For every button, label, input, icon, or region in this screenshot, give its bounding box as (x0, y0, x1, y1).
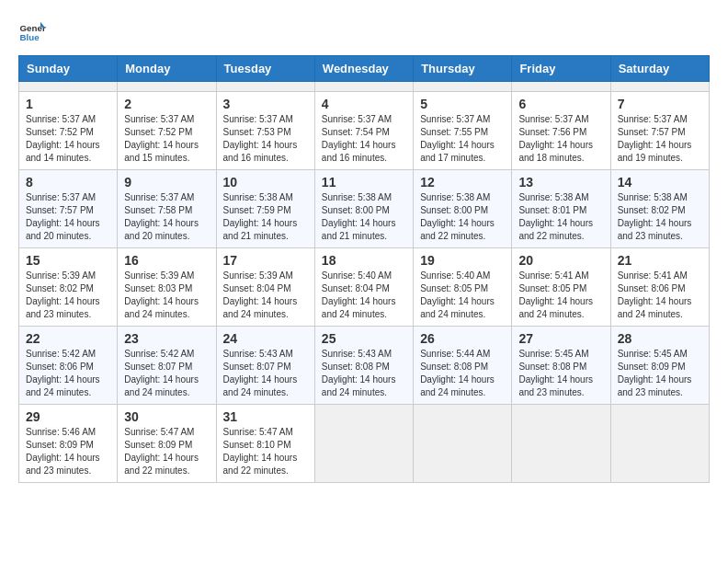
header: General Blue (18, 18, 710, 46)
day-number: 17 (223, 253, 308, 268)
calendar-cell (610, 82, 709, 92)
day-number: 1 (26, 97, 110, 111)
calendar-header: SundayMondayTuesdayWednesdayThursdayFrid… (19, 56, 710, 82)
day-detail: Sunrise: 5:37 AMSunset: 7:55 PMDaylight:… (420, 113, 505, 165)
calendar-cell: 15Sunrise: 5:39 AMSunset: 8:02 PMDayligh… (19, 248, 118, 327)
calendar-cell: 20Sunrise: 5:41 AMSunset: 8:05 PMDayligh… (512, 248, 610, 327)
header-wednesday: Wednesday (314, 56, 413, 82)
calendar-cell: 2Sunrise: 5:37 AMSunset: 7:52 PMDaylight… (118, 92, 216, 170)
calendar-body: 1Sunrise: 5:37 AMSunset: 7:52 PMDaylight… (19, 82, 710, 483)
day-number: 2 (124, 97, 209, 111)
calendar-cell (19, 82, 118, 92)
day-detail: Sunrise: 5:40 AMSunset: 8:04 PMDaylight:… (322, 270, 406, 321)
day-detail: Sunrise: 5:42 AMSunset: 8:07 PMDaylight:… (124, 348, 209, 399)
calendar-cell (610, 405, 709, 483)
day-detail: Sunrise: 5:37 AMSunset: 7:52 PMDaylight:… (26, 113, 110, 165)
day-number: 9 (124, 175, 209, 190)
calendar-cell: 14Sunrise: 5:38 AMSunset: 8:02 PMDayligh… (610, 170, 709, 248)
calendar-cell: 11Sunrise: 5:38 AMSunset: 8:00 PMDayligh… (314, 170, 413, 248)
day-detail: Sunrise: 5:38 AMSunset: 7:59 PMDaylight:… (223, 191, 308, 243)
calendar-cell: 18Sunrise: 5:40 AMSunset: 8:04 PMDayligh… (314, 248, 413, 327)
calendar-cell: 10Sunrise: 5:38 AMSunset: 7:59 PMDayligh… (216, 170, 314, 248)
day-detail: Sunrise: 5:37 AMSunset: 7:52 PMDaylight:… (124, 113, 209, 165)
day-detail: Sunrise: 5:44 AMSunset: 8:08 PMDaylight:… (420, 348, 505, 399)
day-detail: Sunrise: 5:45 AMSunset: 8:08 PMDaylight:… (518, 348, 603, 399)
calendar-cell: 31Sunrise: 5:47 AMSunset: 8:10 PMDayligh… (216, 405, 314, 483)
calendar-cell (414, 405, 512, 483)
calendar-cell (314, 405, 413, 483)
logo: General Blue (18, 18, 46, 46)
calendar-cell: 4Sunrise: 5:37 AMSunset: 7:54 PMDaylight… (314, 92, 413, 170)
calendar-cell: 22Sunrise: 5:42 AMSunset: 8:06 PMDayligh… (19, 327, 118, 405)
calendar-cell (414, 82, 512, 92)
day-number: 6 (518, 97, 603, 111)
calendar-cell: 30Sunrise: 5:47 AMSunset: 8:09 PMDayligh… (118, 405, 216, 483)
svg-text:Blue: Blue (20, 32, 40, 42)
day-number: 23 (124, 331, 209, 346)
day-number: 21 (618, 253, 702, 268)
day-detail: Sunrise: 5:39 AMSunset: 8:04 PMDaylight:… (223, 270, 308, 321)
day-number: 14 (618, 175, 702, 190)
calendar-cell: 25Sunrise: 5:43 AMSunset: 8:08 PMDayligh… (314, 327, 413, 405)
day-detail: Sunrise: 5:37 AMSunset: 7:57 PMDaylight:… (26, 191, 110, 243)
calendar-cell: 1Sunrise: 5:37 AMSunset: 7:52 PMDaylight… (19, 92, 118, 170)
day-detail: Sunrise: 5:37 AMSunset: 7:54 PMDaylight:… (322, 113, 406, 165)
calendar-cell (512, 405, 610, 483)
day-number: 24 (223, 331, 308, 346)
day-number: 5 (420, 97, 505, 111)
day-number: 3 (223, 97, 308, 111)
day-detail: Sunrise: 5:39 AMSunset: 8:02 PMDaylight:… (26, 270, 110, 321)
day-detail: Sunrise: 5:46 AMSunset: 8:09 PMDaylight:… (26, 426, 110, 477)
day-detail: Sunrise: 5:41 AMSunset: 8:06 PMDaylight:… (618, 270, 702, 321)
calendar-cell (314, 82, 413, 92)
calendar-week-0 (19, 82, 710, 92)
day-number: 31 (223, 409, 308, 424)
calendar-cell: 21Sunrise: 5:41 AMSunset: 8:06 PMDayligh… (610, 248, 709, 327)
day-detail: Sunrise: 5:43 AMSunset: 8:08 PMDaylight:… (322, 348, 406, 399)
day-detail: Sunrise: 5:41 AMSunset: 8:05 PMDaylight:… (518, 270, 603, 321)
calendar-cell: 7Sunrise: 5:37 AMSunset: 7:57 PMDaylight… (610, 92, 709, 170)
header-sunday: Sunday (19, 56, 118, 82)
day-number: 27 (518, 331, 603, 346)
day-number: 13 (518, 175, 603, 190)
calendar-table: SundayMondayTuesdayWednesdayThursdayFrid… (18, 55, 710, 483)
calendar-week-5: 29Sunrise: 5:46 AMSunset: 8:09 PMDayligh… (19, 405, 710, 483)
day-detail: Sunrise: 5:38 AMSunset: 8:00 PMDaylight:… (322, 191, 406, 243)
calendar-cell: 28Sunrise: 5:45 AMSunset: 8:09 PMDayligh… (610, 327, 709, 405)
day-detail: Sunrise: 5:45 AMSunset: 8:09 PMDaylight:… (618, 348, 702, 399)
header-thursday: Thursday (414, 56, 512, 82)
day-detail: Sunrise: 5:38 AMSunset: 8:01 PMDaylight:… (518, 191, 603, 243)
day-number: 7 (618, 97, 702, 111)
day-detail: Sunrise: 5:37 AMSunset: 7:57 PMDaylight:… (618, 113, 702, 165)
day-detail: Sunrise: 5:39 AMSunset: 8:03 PMDaylight:… (124, 270, 209, 321)
calendar-cell: 16Sunrise: 5:39 AMSunset: 8:03 PMDayligh… (118, 248, 216, 327)
day-detail: Sunrise: 5:43 AMSunset: 8:07 PMDaylight:… (223, 348, 308, 399)
calendar-cell: 13Sunrise: 5:38 AMSunset: 8:01 PMDayligh… (512, 170, 610, 248)
day-detail: Sunrise: 5:37 AMSunset: 7:58 PMDaylight:… (124, 191, 209, 243)
header-monday: Monday (118, 56, 216, 82)
day-number: 12 (420, 175, 505, 190)
day-detail: Sunrise: 5:38 AMSunset: 8:02 PMDaylight:… (618, 191, 702, 243)
day-detail: Sunrise: 5:37 AMSunset: 7:56 PMDaylight:… (518, 113, 603, 165)
calendar-cell: 3Sunrise: 5:37 AMSunset: 7:53 PMDaylight… (216, 92, 314, 170)
calendar-cell: 23Sunrise: 5:42 AMSunset: 8:07 PMDayligh… (118, 327, 216, 405)
calendar-cell: 12Sunrise: 5:38 AMSunset: 8:00 PMDayligh… (414, 170, 512, 248)
calendar-cell (118, 82, 216, 92)
calendar-cell: 27Sunrise: 5:45 AMSunset: 8:08 PMDayligh… (512, 327, 610, 405)
calendar-cell: 24Sunrise: 5:43 AMSunset: 8:07 PMDayligh… (216, 327, 314, 405)
calendar-week-4: 22Sunrise: 5:42 AMSunset: 8:06 PMDayligh… (19, 327, 710, 405)
day-number: 30 (124, 409, 209, 424)
calendar-cell: 5Sunrise: 5:37 AMSunset: 7:55 PMDaylight… (414, 92, 512, 170)
calendar-week-2: 8Sunrise: 5:37 AMSunset: 7:57 PMDaylight… (19, 170, 710, 248)
day-number: 8 (26, 175, 110, 190)
calendar-cell: 26Sunrise: 5:44 AMSunset: 8:08 PMDayligh… (414, 327, 512, 405)
day-number: 18 (322, 253, 406, 268)
header-friday: Friday (512, 56, 610, 82)
day-number: 11 (322, 175, 406, 190)
day-detail: Sunrise: 5:47 AMSunset: 8:09 PMDaylight:… (124, 426, 209, 477)
calendar-cell: 29Sunrise: 5:46 AMSunset: 8:09 PMDayligh… (19, 405, 118, 483)
day-number: 28 (618, 331, 702, 346)
calendar-cell (512, 82, 610, 92)
day-number: 22 (26, 331, 110, 346)
calendar-cell: 17Sunrise: 5:39 AMSunset: 8:04 PMDayligh… (216, 248, 314, 327)
